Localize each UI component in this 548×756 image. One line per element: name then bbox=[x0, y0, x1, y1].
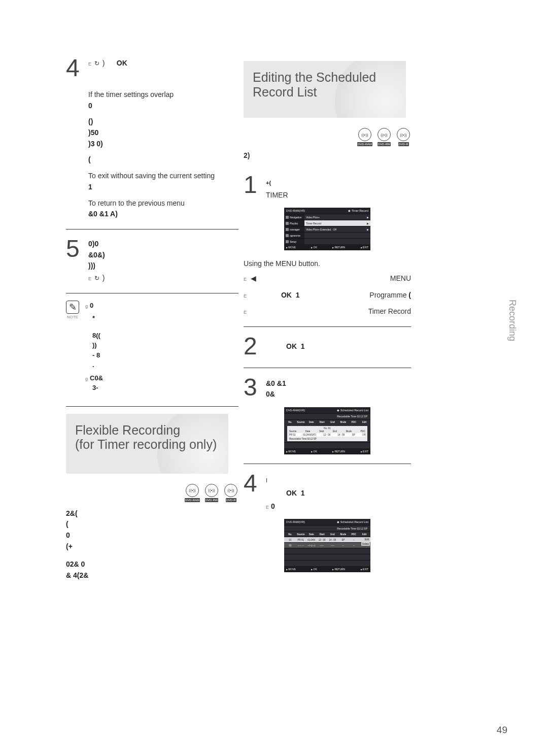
context-menu-delete: Delete bbox=[361, 542, 370, 546]
s1-pre-icon: +( bbox=[266, 180, 271, 186]
prestep: 2) bbox=[244, 151, 411, 159]
note-l2c: - 8 bbox=[92, 350, 103, 360]
divider bbox=[244, 464, 411, 464]
step-2: 2 OK 1 bbox=[244, 334, 411, 358]
osd-title-left: DVD-RAM(VR) bbox=[286, 409, 305, 412]
step-number: 3 bbox=[244, 375, 261, 400]
osd-title-right: ◆ Scheduled Record List bbox=[337, 520, 368, 523]
divider bbox=[66, 406, 238, 407]
note-prefix: g bbox=[85, 304, 88, 309]
step-number: 4 bbox=[244, 471, 261, 512]
intro-b2: & 4(2& bbox=[66, 570, 238, 581]
osd-title-left: DVD-RAM(VR) bbox=[286, 209, 305, 212]
timer-record-label: Timer Record bbox=[368, 306, 411, 317]
osd-foot-exit: EXIT bbox=[361, 568, 368, 571]
osd-foot-move: MOVE bbox=[286, 450, 296, 453]
note-l3: C0& bbox=[90, 374, 103, 382]
note-prefix: g bbox=[85, 376, 88, 381]
table-header: No.SourceDateStartEndModePDCEdit bbox=[284, 419, 370, 425]
divider bbox=[244, 326, 411, 327]
osd-foot-move: MOVE bbox=[286, 246, 296, 249]
divider bbox=[244, 368, 411, 368]
osd-sidebar-item: Setup bbox=[290, 240, 296, 243]
clock-icon bbox=[93, 274, 100, 282]
step-4-right: 4 I OK 1 E 0 bbox=[244, 471, 411, 512]
overlap-intro: If the timer settings overlap bbox=[88, 89, 238, 101]
s5-line2: &0&) bbox=[88, 250, 105, 261]
intro-l2: ( bbox=[66, 519, 238, 530]
step-3: 3 &0 &1 0& bbox=[244, 375, 411, 400]
intro-l3: 0 bbox=[66, 530, 238, 541]
note-dot: . bbox=[92, 360, 103, 370]
osd-menu-item: Timer Record bbox=[306, 222, 321, 225]
osd-sidebar-item: Playlist bbox=[290, 222, 298, 225]
note-l3b: 3- bbox=[92, 383, 103, 393]
note-l1: 0 bbox=[90, 302, 93, 309]
programme-label: Programme ( bbox=[369, 289, 411, 301]
menu-label: MENU bbox=[390, 273, 411, 284]
osd-title-right: ◆ Timer Record bbox=[348, 209, 368, 212]
note-icon: ✎ bbox=[66, 301, 79, 314]
table-row: 02-- -- ----/--(---)--:----:------ bbox=[284, 542, 370, 548]
rec-time: Recordable Time 02:12 SP bbox=[284, 525, 370, 531]
osd-foot-ok: OK bbox=[311, 246, 317, 249]
overlap-intro2: 0 bbox=[88, 101, 238, 112]
osd-foot-move: MOVE bbox=[286, 568, 296, 571]
osd-main: Video Plus+▶ Timer Record▶ Video Plus+ E… bbox=[304, 214, 370, 244]
disc-badges: ((•))DVD-RAM ((•))DVD-RW ((•))DVD-R bbox=[66, 484, 238, 502]
note-star: * bbox=[92, 313, 103, 323]
s4-line2: 0 bbox=[271, 502, 275, 510]
step-number: 4 bbox=[66, 56, 83, 80]
disc-badge-dvd-r: ((•))DVD-R bbox=[223, 484, 238, 502]
timer-label: TIMER bbox=[266, 191, 288, 199]
osd-scheduled-list-popup: DVD-RAM(VR) ◆ Scheduled Record List Reco… bbox=[284, 407, 370, 454]
osd-foot-exit: EXIT bbox=[361, 450, 368, 453]
s4-icon: I bbox=[266, 476, 305, 485]
table-row: 01PR 0101/JAN12 : 0014 : 00SP-- Edit Del… bbox=[284, 537, 370, 542]
bullet-e: E bbox=[88, 61, 91, 67]
osd-menu-item: Video Plus+ bbox=[306, 216, 320, 219]
ok-label: OK bbox=[117, 59, 127, 67]
line-group2: )50 bbox=[88, 127, 238, 139]
proc-row: E Timer Record bbox=[244, 306, 411, 317]
step-1: 1 +( TIMER bbox=[244, 173, 411, 201]
osd-foot-exit: EXIT bbox=[361, 246, 368, 249]
edit-popup: No. 01 SourceDateStartEndModePDC PR 0101… bbox=[287, 426, 367, 441]
step-4: 4 E ) OK bbox=[66, 56, 238, 80]
rec-time: Recordable Time 02:12 SP bbox=[284, 413, 370, 419]
osd-sidebar: Navigation Playlist manager ogramme Setu… bbox=[284, 214, 304, 244]
page-number: 49 bbox=[497, 725, 507, 736]
close-paren: ) bbox=[102, 274, 105, 282]
disc-badge-dvd-ram: ((•))DVD-RAM bbox=[185, 484, 200, 502]
osd-title-right: ◆ Scheduled Record List bbox=[337, 409, 368, 412]
table-header: No.SourceDateStartEndModePDCEdit bbox=[284, 531, 370, 537]
left-arrow-icon: ◀ bbox=[251, 274, 256, 282]
disc-badge-dvd-r: ((•))DVD-R bbox=[396, 128, 411, 146]
step-5: 5 0)0 &0&) ))) E ) bbox=[66, 237, 238, 284]
step-number: 1 bbox=[244, 173, 261, 201]
using-menu-heading: Using the MENU button. bbox=[244, 259, 411, 268]
s5-line1: 0)0 bbox=[88, 239, 105, 250]
intro-l3b: (+ bbox=[66, 541, 238, 552]
disc-badge-dvd-ram: ((•))DVD-RAM bbox=[357, 128, 372, 146]
section-hero-editing: Editing the Scheduled Record List bbox=[244, 61, 406, 118]
osd-foot-ok: OK bbox=[311, 568, 317, 571]
proc-row: E OK 1 Programme ( bbox=[244, 289, 411, 301]
note-l2b: )) bbox=[92, 340, 103, 350]
context-menu-edit: Edit bbox=[364, 538, 370, 541]
proc-row: E ◀ MENU bbox=[244, 273, 411, 284]
s5-line3: ))) bbox=[88, 260, 105, 272]
close-paren: ) bbox=[102, 59, 105, 67]
osd-sidebar-item: manager bbox=[290, 228, 300, 231]
osd-foot-return: RETURN bbox=[332, 246, 345, 249]
popup-rec-time: Recordable Time 02:12 SP bbox=[289, 437, 365, 440]
osd-foot-return: RETURN bbox=[332, 568, 345, 571]
return-line2: &0 &1 A) bbox=[88, 209, 238, 220]
note-label: NOTE bbox=[66, 315, 79, 319]
osd-menu-item: Video Plus+ Extended : Off bbox=[306, 228, 336, 231]
paren-line: ( bbox=[88, 154, 238, 166]
section-hero-flexible: Flexible Recording (for Timer recording … bbox=[66, 414, 228, 474]
osd-scheduled-list-edit: DVD-RAM(VR) ◆ Scheduled Record List Reco… bbox=[284, 519, 370, 572]
disc-badge-dvd-rw: ((•))DVD-RW bbox=[376, 128, 392, 146]
line-group3: )3 0) bbox=[88, 139, 238, 150]
